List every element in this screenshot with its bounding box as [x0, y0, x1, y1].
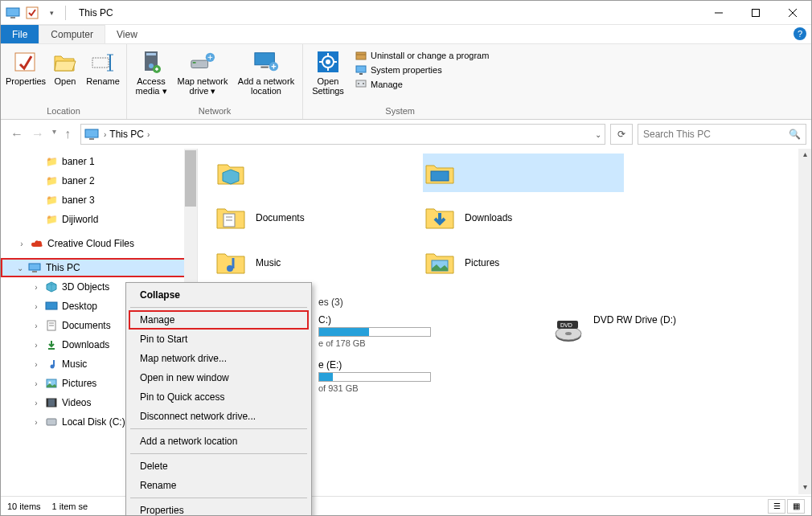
uninstall-program-button[interactable]: Uninstall or change a program	[355, 49, 489, 62]
cm-pin-quick[interactable]: Pin to Quick access	[129, 387, 309, 407]
open-button[interactable]: Open	[49, 47, 81, 88]
drive-d[interactable]: DVD DVD RW Drive (D:)	[552, 314, 736, 348]
map-drive-button[interactable]: Map network drive ▾	[174, 47, 232, 98]
svg-point-33	[358, 83, 359, 84]
ribbon: Properties Open Rename Location Access m…	[1, 44, 811, 120]
ribbon-group-system: Open Settings Uninstall or change a prog…	[303, 44, 497, 119]
cm-properties[interactable]: Properties	[129, 501, 309, 516]
window-title: This PC	[79, 7, 113, 18]
tree-this-pc[interactable]: ⌄This PC	[1, 258, 197, 277]
svg-point-34	[363, 83, 364, 84]
computer-icon[interactable]	[4, 4, 22, 22]
system-properties-button[interactable]: System properties	[355, 63, 489, 76]
cm-manage[interactable]: Manage	[129, 310, 309, 330]
item-music[interactable]: Music	[214, 244, 415, 282]
svg-point-59	[565, 332, 572, 335]
tab-computer[interactable]: Computer	[39, 25, 105, 43]
quick-access-toolbar: ▾	[1, 4, 72, 22]
monitor-small-icon	[355, 63, 367, 76]
cm-map-drive[interactable]: Map network drive...	[129, 349, 309, 368]
properties-check-icon[interactable]	[23, 4, 41, 22]
help-icon[interactable]: ?	[794, 27, 806, 40]
svg-point-24	[326, 59, 330, 64]
address-bar[interactable]: › This PC › ⌄	[80, 124, 605, 145]
map-drive-icon	[190, 49, 215, 75]
wrench-icon	[355, 78, 367, 91]
folder-icon: 📁	[44, 194, 59, 207]
item-documents[interactable]: Documents	[214, 199, 415, 237]
tree-creative-cloud[interactable]: ›Creative Cloud Files	[1, 234, 197, 253]
drive-e[interactable]: e (E:) of 931 GB	[318, 359, 439, 393]
cm-disconnect-drive[interactable]: Disconnect network drive...	[129, 407, 309, 426]
computer-small-icon	[84, 129, 100, 140]
view-icons-button[interactable]: ▦	[787, 499, 805, 514]
item-desktop-partial[interactable]	[423, 154, 624, 192]
drive-e-usage-bar	[318, 372, 431, 382]
svg-rect-16	[191, 60, 208, 68]
search-icon: 🔍	[789, 129, 801, 140]
up-button[interactable]: ↑	[64, 127, 71, 141]
address-bar-row: ← → ▾ ↑ › This PC › ⌄ ⟳ Search This PC 🔍	[1, 120, 811, 149]
rename-button[interactable]: Rename	[84, 47, 121, 88]
cm-delete[interactable]: Delete	[129, 457, 309, 476]
titlebar: ▾ This PC	[1, 1, 811, 25]
cm-collapse[interactable]: Collapse	[129, 285, 309, 305]
downloads-large-icon	[423, 201, 457, 235]
item-3d-partial[interactable]	[214, 154, 415, 192]
search-box[interactable]: Search This PC 🔍	[638, 124, 806, 145]
cm-pin-start[interactable]: Pin to Start	[129, 330, 309, 349]
status-item-count: 10 items	[7, 502, 41, 511]
cm-add-network-location[interactable]: Add a network location	[129, 432, 309, 451]
server-icon	[138, 49, 164, 75]
cube-icon	[44, 281, 59, 293]
monitor-add-icon	[253, 49, 279, 75]
open-settings-button[interactable]: Open Settings	[308, 47, 348, 97]
music-large-icon	[214, 246, 248, 280]
pictures-icon	[44, 377, 59, 390]
close-button[interactable]	[774, 1, 811, 25]
recent-dropdown[interactable]: ▾	[52, 127, 56, 141]
tree-folder-baner1[interactable]: 📁baner 1	[1, 152, 197, 171]
item-downloads[interactable]: Downloads	[423, 199, 624, 237]
back-button[interactable]: ←	[10, 127, 23, 141]
search-placeholder: Search This PC	[643, 129, 789, 140]
context-menu: Collapse Manage Pin to Start Map network…	[125, 282, 312, 516]
folder-icon: 📁	[44, 174, 59, 187]
cm-rename[interactable]: Rename	[129, 476, 309, 495]
box-icon	[355, 49, 367, 62]
view-details-button[interactable]: ☰	[768, 499, 785, 514]
ribbon-group-location: Properties Open Rename Location	[1, 44, 127, 119]
address-dropdown-icon[interactable]: ⌄	[595, 130, 601, 139]
cm-open-new-window[interactable]: Open in new window	[129, 368, 309, 387]
open-folder-icon	[52, 49, 78, 75]
svg-rect-31	[359, 73, 363, 75]
svg-rect-8	[92, 58, 109, 68]
tree-folder-baner2[interactable]: 📁baner 2	[1, 171, 197, 190]
ribbon-group-network: Access media ▾ Map network drive ▾ Add a…	[127, 44, 303, 119]
window-controls	[700, 1, 811, 25]
refresh-button[interactable]: ⟳	[610, 124, 633, 145]
dvd-icon: DVD	[552, 314, 585, 348]
drive-c[interactable]: C:) e of 178 GB	[318, 314, 439, 348]
access-media-button[interactable]: Access media ▾	[132, 47, 170, 98]
disk-icon	[44, 416, 59, 428]
tree-folder-baner3[interactable]: 📁baner 3	[1, 190, 197, 210]
maximize-button[interactable]	[737, 1, 774, 25]
status-bar: 10 items 1 item se ☰ ▦	[1, 496, 811, 515]
add-network-location-button[interactable]: Add a network location	[235, 47, 297, 97]
qa-dropdown-icon[interactable]: ▾	[43, 4, 60, 22]
content-scrollbar[interactable]: ▴ ▾	[798, 149, 811, 494]
tab-file[interactable]: File	[1, 25, 39, 43]
svg-rect-37	[29, 264, 40, 270]
svg-text:DVD: DVD	[560, 322, 572, 328]
svg-rect-49	[55, 399, 56, 407]
settings-gear-icon	[315, 49, 341, 75]
documents-icon	[44, 319, 59, 332]
tab-view[interactable]: View	[105, 25, 149, 43]
minimize-button[interactable]	[700, 1, 737, 25]
item-pictures[interactable]: Pictures	[423, 244, 624, 282]
properties-button[interactable]: Properties	[6, 47, 46, 88]
manage-button[interactable]: Manage	[355, 78, 489, 91]
tree-folder-dijiworld[interactable]: 📁Dijiworld	[1, 210, 197, 229]
forward-button[interactable]: →	[31, 127, 44, 141]
